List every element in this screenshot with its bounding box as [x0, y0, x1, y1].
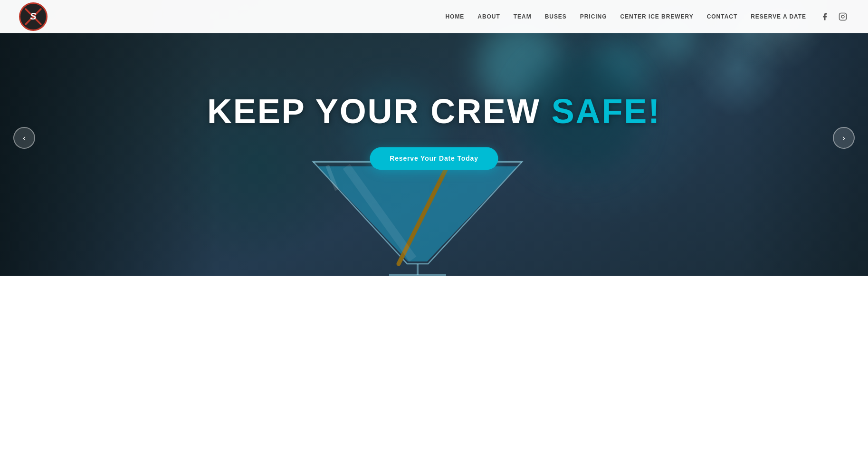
- svg-text:S: S: [30, 11, 37, 21]
- facebook-icon[interactable]: [819, 10, 831, 23]
- nav-links: HOMEABOUTTEAMBUSESPRICINGCENTER ICE BREW…: [439, 0, 813, 33]
- below-fold-section: [0, 276, 868, 454]
- logo-svg: S: [21, 4, 46, 29]
- svg-marker-5: [318, 166, 517, 261]
- nav-item-team: TEAM: [507, 0, 538, 33]
- nav-link-team[interactable]: TEAM: [507, 0, 538, 33]
- nav-link-home[interactable]: HOME: [439, 0, 471, 33]
- hero-headline: KEEP YOUR CREW SAFE!: [207, 94, 661, 130]
- martini-glass-svg: [251, 152, 584, 276]
- nav-link-pricing[interactable]: PRICING: [573, 0, 614, 33]
- nav-link-reserve[interactable]: RESERVE A DATE: [744, 0, 813, 33]
- headline-prefix: KEEP YOUR CREW: [207, 92, 552, 130]
- nav-item-buses: BUSES: [538, 0, 573, 33]
- carousel-next-button[interactable]: ›: [833, 127, 855, 149]
- carousel-prev-button[interactable]: ‹: [13, 127, 35, 149]
- instagram-icon[interactable]: [837, 10, 849, 23]
- nav-item-about: ABOUT: [471, 0, 506, 33]
- headline-accent: SAFE!: [552, 92, 661, 130]
- nav-link-center-ice[interactable]: CENTER ICE BREWERY: [614, 0, 700, 33]
- reserve-cta-button[interactable]: Reserve Your Date Today: [370, 147, 498, 170]
- hero-section: KEEP YOUR CREW SAFE! Reserve Your Date T…: [0, 0, 868, 276]
- logo[interactable]: S: [19, 2, 48, 31]
- navbar: S HOMEABOUTTEAMBUSESPRICINGCENTER ICE BR…: [0, 0, 868, 33]
- nav-item-contact: CONTACT: [700, 0, 744, 33]
- nav-item-center-ice: CENTER ICE BREWERY: [614, 0, 700, 33]
- social-icons: [819, 10, 849, 23]
- nav-link-contact[interactable]: CONTACT: [700, 0, 744, 33]
- nav-link-buses[interactable]: BUSES: [538, 0, 573, 33]
- nav-item-home: HOME: [439, 0, 471, 33]
- nav-item-reserve: RESERVE A DATE: [744, 0, 813, 33]
- hero-content: KEEP YOUR CREW SAFE! Reserve Your Date T…: [207, 94, 661, 170]
- nav-link-about[interactable]: ABOUT: [471, 0, 506, 33]
- svg-rect-3: [839, 13, 847, 20]
- nav-item-pricing: PRICING: [573, 0, 614, 33]
